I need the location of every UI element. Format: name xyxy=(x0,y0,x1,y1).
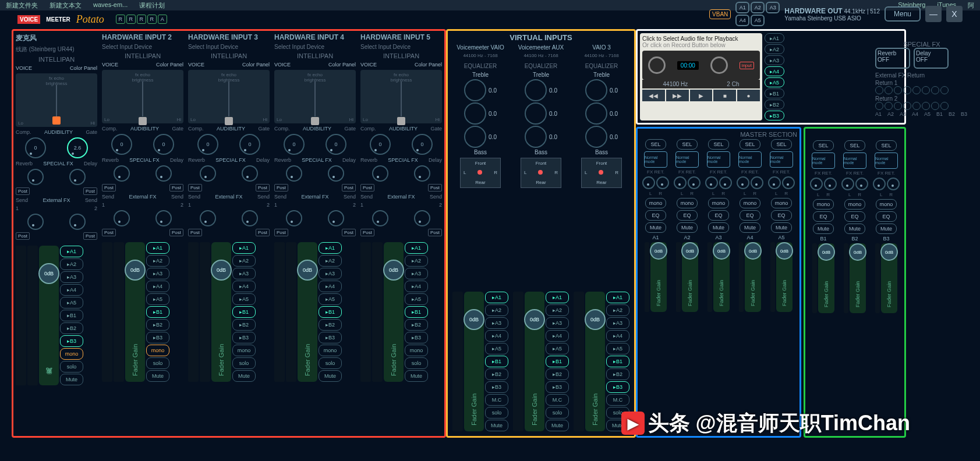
strip-device[interactable]: Select Input Device xyxy=(188,44,270,50)
strip-device[interactable]: Select Input Device xyxy=(102,44,183,50)
post-toggle[interactable]: Post xyxy=(188,184,202,192)
color-panel-link[interactable]: Color Panel xyxy=(415,62,442,68)
mute-button[interactable]: Mute xyxy=(708,222,729,233)
r-button[interactable]: R xyxy=(137,15,146,24)
route-a1[interactable]: ▸A1 xyxy=(319,242,342,254)
send1-knob[interactable] xyxy=(286,210,302,226)
fxret-knob-l[interactable] xyxy=(705,176,718,189)
post-toggle[interactable]: Post xyxy=(360,229,374,236)
mc-button[interactable]: M.C xyxy=(485,394,508,406)
bass-knob[interactable] xyxy=(525,126,547,148)
fxret-knob-r[interactable] xyxy=(751,176,763,189)
post-toggle[interactable]: Post xyxy=(360,184,374,192)
fxret-knob-l[interactable] xyxy=(737,176,749,189)
route-b1[interactable]: ▸B1 xyxy=(606,356,629,367)
fader-cap[interactable]: 0dB xyxy=(125,260,146,281)
post-toggle[interactable]: Post xyxy=(16,187,30,195)
route-a5[interactable]: ▸A5 xyxy=(146,293,169,305)
strip-device[interactable]: Select Input Device xyxy=(274,44,356,50)
mode-button[interactable]: Normal mode xyxy=(675,151,699,168)
route-a5[interactable]: ▸A5 xyxy=(485,343,508,354)
eq-button[interactable]: EQ xyxy=(876,211,897,222)
vin-title[interactable]: VAIO 3 xyxy=(592,44,611,51)
strip-title[interactable]: HARDWARE INPUT 2 xyxy=(102,33,183,41)
route-b2[interactable]: ▸B2 xyxy=(146,319,169,331)
post-toggle[interactable]: Post xyxy=(83,187,97,195)
gain-fader[interactable]: 0dB Fader Gain xyxy=(384,242,404,382)
post-toggle[interactable]: Post xyxy=(16,232,30,240)
post-toggle[interactable]: Post xyxy=(342,184,356,192)
eq-button[interactable]: EQ xyxy=(771,210,792,221)
mute-button[interactable]: Mute xyxy=(645,222,666,233)
send2-knob[interactable] xyxy=(328,210,344,226)
taskbar-item[interactable]: 阿 xyxy=(968,1,974,10)
solo-button[interactable]: solo xyxy=(232,357,256,369)
route-b3[interactable]: ▸B3 xyxy=(146,332,169,343)
rec-route-a2[interactable]: ▸A2 xyxy=(765,44,784,54)
r-button[interactable]: R xyxy=(126,15,136,24)
intellipan-pad[interactable]: fx echo brightness Lo Hi xyxy=(360,70,442,123)
send1-knob[interactable] xyxy=(200,210,216,226)
patch-a3[interactable]: A3 xyxy=(766,2,780,13)
route-a3[interactable]: ▸A3 xyxy=(319,268,342,279)
route-a2[interactable]: ▸A2 xyxy=(485,304,508,316)
solo-button[interactable]: solo xyxy=(546,407,569,419)
play-button[interactable]: ▶ xyxy=(690,90,713,101)
post-toggle[interactable]: Post xyxy=(342,229,356,236)
return-knob[interactable] xyxy=(912,102,921,110)
gain-fader[interactable]: 0dB Fader Gain xyxy=(881,243,897,313)
post-toggle[interactable]: Post xyxy=(428,229,442,236)
send1-knob[interactable] xyxy=(27,214,44,230)
mono-button[interactable]: mono xyxy=(708,198,729,208)
mode-button[interactable]: Normal mode xyxy=(644,151,667,168)
reverb-knob[interactable] xyxy=(114,165,130,182)
mono-button[interactable]: mono xyxy=(60,348,83,360)
return-knob[interactable] xyxy=(903,86,911,94)
strip-title[interactable]: HARDWARE INPUT 4 xyxy=(274,33,356,41)
post-toggle[interactable]: Post xyxy=(83,232,97,240)
solo-button[interactable]: solo xyxy=(146,357,169,369)
return-knob[interactable] xyxy=(912,86,921,94)
treble-knob[interactable] xyxy=(464,79,486,101)
sel-button[interactable]: SEL xyxy=(740,139,760,150)
route-a4[interactable]: ▸A4 xyxy=(546,330,569,342)
mid-knob[interactable] xyxy=(525,102,547,125)
route-a4[interactable]: ▸A4 xyxy=(319,281,342,292)
solo-button[interactable]: solo xyxy=(485,407,508,419)
strip-title[interactable]: HARDWARE INPUT 3 xyxy=(188,33,270,41)
mute-button[interactable]: Mute xyxy=(546,420,569,431)
vin-title[interactable]: Voicemeeter AUX xyxy=(518,44,564,51)
patch-a1[interactable]: A1 xyxy=(735,2,749,13)
route-a3[interactable]: ▸A3 xyxy=(405,268,428,279)
surround-pad[interactable]: Front LR Rear xyxy=(581,158,622,188)
solo-button[interactable]: solo xyxy=(405,357,428,369)
fxret-knob-r[interactable] xyxy=(719,176,732,189)
comp-knob[interactable]: 0 xyxy=(25,137,46,158)
sel-button[interactable]: SEL xyxy=(677,139,698,150)
return-knob[interactable] xyxy=(885,86,893,94)
eq-button[interactable]: EQ xyxy=(844,211,865,222)
route-b2[interactable]: ▸B2 xyxy=(546,368,569,380)
post-toggle[interactable]: Post xyxy=(274,184,288,192)
delay-knob[interactable] xyxy=(414,165,430,182)
route-a1[interactable]: ▸A1 xyxy=(232,242,256,254)
post-toggle[interactable]: Post xyxy=(102,229,116,236)
vin-title[interactable]: Voicemeeter VAIO xyxy=(457,44,504,51)
return-knob[interactable] xyxy=(885,102,893,110)
bass-knob[interactable] xyxy=(464,126,486,148)
reverb-button[interactable]: ReverbOFF xyxy=(875,48,910,69)
eq-button[interactable]: EQ xyxy=(813,211,834,222)
menu-button[interactable]: Menu xyxy=(885,6,921,22)
rec-route-b1[interactable]: ▸B1 xyxy=(765,88,784,98)
close-button[interactable]: X xyxy=(946,6,963,22)
mono-button[interactable]: mono xyxy=(645,198,666,208)
post-toggle[interactable]: Post xyxy=(188,229,202,236)
fxret-knob-r[interactable] xyxy=(855,178,868,190)
gain-fader[interactable]: 0dB Fader Gain xyxy=(125,242,145,382)
sel-button[interactable]: SEL xyxy=(771,139,792,150)
mute-button[interactable]: Mute xyxy=(319,370,342,382)
treble-knob[interactable] xyxy=(525,79,547,101)
fxret-knob-l[interactable] xyxy=(642,176,655,189)
mute-button[interactable]: Mute xyxy=(771,222,792,233)
comp-knob[interactable]: 0 xyxy=(197,134,218,155)
